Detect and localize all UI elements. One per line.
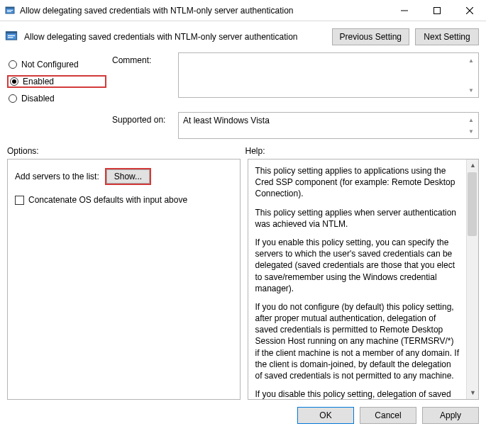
- scroll-down-icon[interactable]: ▼: [467, 387, 479, 399]
- cancel-button[interactable]: Cancel: [360, 407, 416, 424]
- lower-panes: Add servers to the list: Show... Concate…: [0, 159, 486, 400]
- svg-rect-1: [6, 7, 14, 9]
- add-servers-label: Add servers to the list:: [15, 172, 99, 181]
- help-scrollbar[interactable]: ▲ ▼: [466, 159, 478, 399]
- radio-not-configured[interactable]: Not Configured: [7, 58, 106, 71]
- svg-rect-2: [7, 10, 13, 11]
- svg-rect-9: [6, 31, 17, 33]
- header-title: Allow delegating saved credentials with …: [24, 32, 298, 42]
- help-paragraph: This policy setting applies when server …: [255, 207, 460, 230]
- dialog-footer: OK Cancel Apply: [0, 400, 486, 424]
- options-pane: Add servers to the list: Show... Concate…: [7, 159, 241, 400]
- titlebar: Allow delegating saved credentials with …: [0, 0, 486, 21]
- svg-rect-3: [7, 11, 11, 12]
- radio-icon: [10, 77, 18, 86]
- comment-label: Comment:: [112, 52, 172, 65]
- config-row: Not Configured Enabled Disabled Comment:…: [0, 52, 486, 109]
- radio-label: Disabled: [21, 94, 55, 103]
- radio-label: Not Configured: [21, 60, 79, 69]
- checkbox-icon: [15, 196, 24, 205]
- scroll-down-icon[interactable]: ▼: [465, 84, 477, 96]
- radio-label: Enabled: [23, 77, 54, 86]
- radio-icon: [9, 94, 17, 103]
- concatenate-checkbox-row[interactable]: Concatenate OS defaults with input above: [15, 195, 233, 205]
- section-labels: Options: Help:: [0, 139, 486, 159]
- scroll-up-icon[interactable]: ▲: [465, 55, 477, 66]
- help-paragraph: If you enable this policy setting, you c…: [255, 237, 460, 294]
- next-setting-button[interactable]: Next Setting: [415, 28, 479, 45]
- show-button-highlight: Show...: [105, 168, 151, 185]
- svg-rect-5: [434, 7, 441, 13]
- scroll-up-icon[interactable]: ▲: [465, 114, 477, 125]
- supported-on-box: At least Windows Vista ▲ ▼: [178, 112, 479, 139]
- svg-rect-10: [8, 35, 15, 35]
- supported-label: Supported on:: [112, 112, 172, 125]
- window-controls: [388, 0, 486, 21]
- checkbox-label: Concatenate OS defaults with input above: [28, 195, 187, 205]
- help-paragraph: If you disable this policy setting, dele…: [255, 388, 460, 400]
- help-label: Help:: [241, 146, 480, 156]
- radio-icon: [9, 60, 17, 69]
- header: Allow delegating saved credentials with …: [0, 21, 486, 52]
- radio-disabled[interactable]: Disabled: [7, 92, 106, 105]
- close-button[interactable]: [453, 0, 486, 21]
- show-button[interactable]: Show...: [106, 169, 150, 184]
- scroll-down-icon[interactable]: ▼: [465, 125, 477, 137]
- help-text: This policy setting applies to applicati…: [255, 165, 460, 400]
- supported-row: Supported on: At least Windows Vista ▲ ▼: [0, 112, 486, 139]
- comment-textarea[interactable]: ▲ ▼: [178, 52, 479, 98]
- gpedit-icon: [4, 5, 16, 16]
- window-title: Allow delegating saved credentials with …: [20, 6, 388, 16]
- radio-enabled[interactable]: Enabled: [7, 75, 106, 88]
- maximize-button[interactable]: [421, 0, 453, 21]
- svg-rect-11: [8, 37, 13, 38]
- help-paragraph: If you do not configure (by default) thi…: [255, 301, 460, 381]
- help-paragraph: This policy setting applies to applicati…: [255, 165, 460, 200]
- apply-button[interactable]: Apply: [422, 407, 479, 424]
- policy-icon: [4, 29, 18, 45]
- help-pane: This policy setting applies to applicati…: [248, 159, 480, 400]
- supported-on-text: At least Windows Vista: [183, 116, 270, 125]
- scrollbar-thumb[interactable]: [468, 172, 477, 236]
- minimize-button[interactable]: [388, 0, 421, 21]
- add-servers-row: Add servers to the list: Show...: [15, 168, 233, 185]
- options-label: Options:: [7, 146, 241, 156]
- ok-button[interactable]: OK: [297, 407, 354, 424]
- state-radios: Not Configured Enabled Disabled: [7, 52, 106, 109]
- previous-setting-button[interactable]: Previous Setting: [332, 28, 409, 45]
- scroll-up-icon[interactable]: ▲: [467, 159, 479, 172]
